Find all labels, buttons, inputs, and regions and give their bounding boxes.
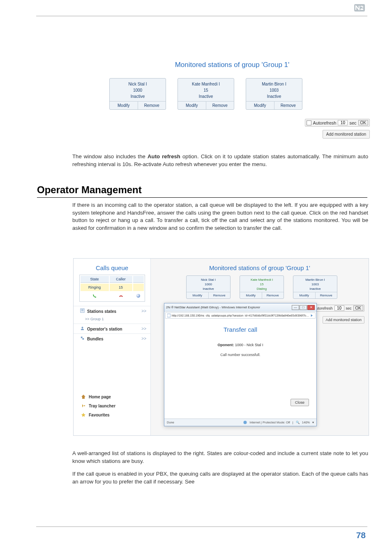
row-state: Ringing <box>81 284 109 291</box>
autorefresh-value-input[interactable] <box>338 120 348 125</box>
modify-button[interactable]: Modify <box>240 292 262 298</box>
station-name: Kate Manfredi I <box>241 278 283 282</box>
phone-green-icon <box>92 294 97 298</box>
autorefresh-label: Autorefresh <box>313 120 337 125</box>
station-number: 1000 <box>111 87 164 93</box>
popup-url-bar[interactable]: http://192.168.150.190/ns_cfg_ustatgroup… <box>165 312 316 319</box>
list-icon <box>80 308 85 313</box>
popup-status-bar: Done Internet | Protected Mode: Off | 🔍 … <box>164 419 316 426</box>
autorefresh-ok-button[interactable]: OK <box>353 305 363 311</box>
remove-button[interactable]: Remove <box>206 102 234 109</box>
station-card: Nick Stal I 1000 Inactive Modify Remove <box>109 78 166 110</box>
screenshot-operator-management: Calls queue State Caller Ringing 15 <box>73 258 369 436</box>
dot-icon <box>136 294 140 298</box>
oponent-line: Oponent: 1000 - Nick Stal I <box>164 343 316 347</box>
station-name: Martin Biron I <box>248 81 300 87</box>
close-window-button[interactable]: ✕ <box>307 305 315 310</box>
tray-icon <box>81 403 86 408</box>
popup-body: Transfer call Oponent: 1000 - Nick Stal … <box>164 326 316 357</box>
calls-queue-title: Calls queue <box>74 259 150 275</box>
station-state: Inactive <box>187 287 229 291</box>
modify-button[interactable]: Modify <box>187 292 209 298</box>
station-card: Kate Manfredi I 15 Dialing Modify Remove <box>240 275 284 299</box>
sidebar-item-operators-station[interactable]: Operator's station >> <box>74 324 150 333</box>
monitored-stations-title-2: Monitored stations of group 'Group 1' <box>151 264 369 271</box>
sidebar-sub-group1[interactable]: >> Group 1 <box>74 316 150 324</box>
chevron-icon: >> <box>141 326 146 331</box>
th-caller: Caller <box>110 276 132 283</box>
autorefresh-unit: sec <box>349 120 356 125</box>
add-monitored-row-2: Add monitored station <box>323 315 364 324</box>
remove-button[interactable]: Remove <box>316 292 337 298</box>
modify-button[interactable]: Modify <box>110 102 138 109</box>
chevron-icon: >> <box>141 309 146 313</box>
svg-rect-7 <box>84 405 85 406</box>
modify-button[interactable]: Modify <box>293 292 316 298</box>
status-zoom: 140% <box>302 421 310 424</box>
popup-url-text: http://192.168.150.190/ns_cfg_ustatgroup… <box>172 314 309 317</box>
monitored-stations-title: Monitored stations of group 'Group 1' <box>95 61 370 69</box>
bundle-icon <box>80 336 85 340</box>
dropdown-icon[interactable]: ▾ <box>312 421 314 424</box>
row-accept[interactable] <box>81 292 109 301</box>
link-label: Tray launcher <box>89 404 115 408</box>
close-button[interactable]: Close <box>291 399 309 406</box>
paragraph: The window also includes the Auto refres… <box>72 153 368 168</box>
autorefresh-value-input[interactable] <box>334 305 344 311</box>
top-rule <box>36 16 367 16</box>
go-icon <box>310 314 314 317</box>
svg-rect-2 <box>81 310 84 310</box>
add-monitored-station-button[interactable]: Add monitored station <box>323 130 370 139</box>
th-state: State <box>81 276 109 283</box>
sidebar-link-tray[interactable]: Tray launcher <box>81 403 143 408</box>
sidebar-item-stations-states[interactable]: Stations states >> <box>74 306 150 316</box>
link-label: Home page <box>89 395 111 399</box>
add-monitored-row: Add monitored station <box>95 130 370 139</box>
autorefresh-row: Autorefresh sec OK <box>95 119 370 127</box>
station-number: 1000 <box>187 282 229 287</box>
row-caller: 15 <box>110 284 132 291</box>
remove-button[interactable]: Remove <box>209 292 231 298</box>
station-name: Nick Stal I <box>187 278 229 282</box>
calls-queue-table: State Caller Ringing 15 <box>79 275 145 302</box>
zoom-icon: 🔍 <box>296 421 300 424</box>
svg-point-9 <box>244 421 247 424</box>
station-number: 15 <box>180 87 232 93</box>
station-name: Nick Stal I <box>111 81 164 87</box>
sidebar-link-favourites[interactable]: Favourites <box>81 412 143 417</box>
paragraph: A well-arranged list of stations is disp… <box>72 450 368 465</box>
modify-button[interactable]: Modify <box>178 102 206 109</box>
svg-rect-8 <box>167 314 171 317</box>
oponent-value: 1000 - Nick Stal I <box>235 343 263 347</box>
star-icon <box>81 412 86 417</box>
sidebar-sub-label: Group 1 <box>90 317 104 321</box>
autorefresh-ok-button[interactable]: OK <box>358 120 368 125</box>
station-card-row: Nick Stal I 1000 Inactive Modify Remove … <box>109 78 370 110</box>
station-name: Kate Manfredi I <box>180 81 232 87</box>
bottom-rule <box>36 526 367 527</box>
text: The window also includes the <box>72 153 148 160</box>
row-transfer[interactable] <box>133 292 144 301</box>
modify-button[interactable]: Modify <box>246 102 274 109</box>
autorefresh-checkbox[interactable] <box>307 120 311 125</box>
remove-button[interactable]: Remove <box>262 292 284 298</box>
row-reject[interactable] <box>110 292 132 301</box>
status-separator: | <box>293 421 293 424</box>
status-internet: Internet | Protected Mode: Off <box>249 421 290 424</box>
bold-text: Auto refresh <box>148 153 180 160</box>
sidebar-link-home[interactable]: Home page <box>81 394 143 399</box>
sidebar-item-bundles[interactable]: Bundles >> <box>74 333 150 343</box>
maximize-button[interactable]: □ <box>300 305 307 310</box>
add-monitored-station-button[interactable]: Add monitored station <box>323 316 364 324</box>
minimize-button[interactable]: — <box>292 305 299 310</box>
station-card: Martin Biron I 1003 Inactive Modify Remo… <box>246 78 302 110</box>
transfer-call-title: Transfer call <box>164 326 316 333</box>
station-state: Inactive <box>180 93 232 99</box>
svg-rect-5 <box>81 337 83 338</box>
link-label: Favourites <box>89 413 110 417</box>
remove-button[interactable]: Remove <box>138 102 166 109</box>
phone-red-icon <box>119 294 123 298</box>
station-card: Nick Stal I 1000 Inactive Modify Remove <box>186 275 231 299</box>
remove-button[interactable]: Remove <box>274 102 302 109</box>
station-card: Kate Manfredi I 15 Inactive Modify Remov… <box>178 78 234 110</box>
